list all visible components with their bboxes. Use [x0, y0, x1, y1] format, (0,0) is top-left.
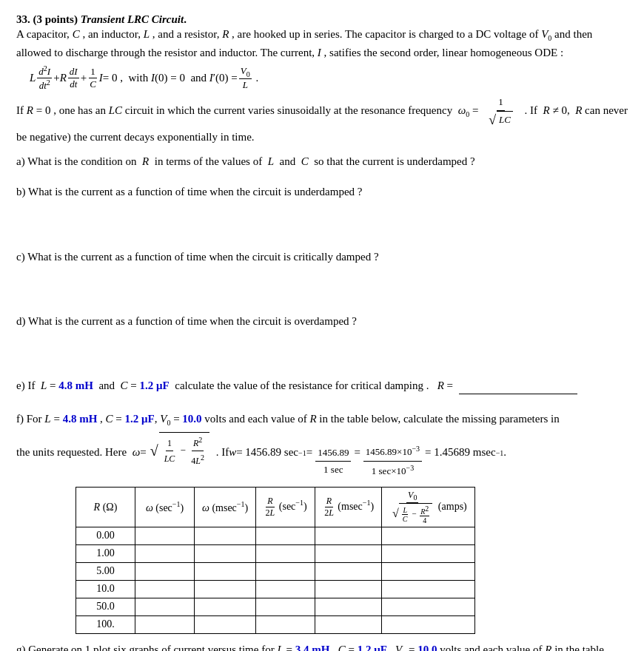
- col-header-w-sec: ω (sec−1): [135, 488, 195, 527]
- answer-blank-e: [459, 394, 577, 394]
- cell-R2L-msec-6: [315, 615, 382, 633]
- col-header-R: R (Ω): [76, 488, 135, 527]
- table-row: 0.00: [76, 527, 475, 544]
- question-a: a) What is the condition on R in terms o…: [16, 153, 628, 170]
- cell-w-sec-4: [135, 580, 195, 598]
- cell-w-msec-2: [195, 544, 256, 562]
- problem-title: Transient LRC Circuit: [81, 13, 184, 25]
- cell-R2L-sec-1: [256, 527, 315, 544]
- problem-header: 33. (3 points) Transient LRC Circuit.: [16, 13, 628, 26]
- cell-w-sec-3: [135, 562, 195, 580]
- table-row: 1.00: [76, 544, 475, 562]
- cell-amps-4: [382, 580, 475, 598]
- cell-R-1: 0.00: [76, 527, 135, 544]
- col-header-R2L-msec: R 2L (msec−1): [315, 488, 382, 527]
- cell-w-msec-3: [195, 562, 256, 580]
- cell-R2L-sec-4: [256, 580, 315, 598]
- cell-R-2: 1.00: [76, 544, 135, 562]
- cell-R-5: 50.0: [76, 598, 135, 615]
- cell-w-sec-2: [135, 544, 195, 562]
- cell-R-4: 10.0: [76, 580, 135, 598]
- cell-R2L-sec-3: [256, 562, 315, 580]
- question-c: c) What is the current as a function of …: [16, 249, 628, 266]
- question-f-intro: f) For L = 4.8 mH , C = 1.2 μF, V0 = 10.…: [16, 411, 628, 429]
- cell-R2L-msec-3: [315, 562, 382, 580]
- intro-text: A capacitor, C , an inductor, L , and a …: [16, 26, 628, 61]
- r-zero-text: If R = 0 , one has an LC circuit in whic…: [16, 95, 628, 146]
- cell-R2L-msec-5: [315, 598, 382, 615]
- table-row: 100.: [76, 615, 475, 633]
- cell-amps-2: [382, 544, 475, 562]
- question-d: d) What is the current as a function of …: [16, 313, 628, 330]
- cell-amps-6: [382, 615, 475, 633]
- cell-w-msec-4: [195, 580, 256, 598]
- cell-R2L-msec-2: [315, 544, 382, 562]
- question-b: b) What is the current as a function of …: [16, 183, 628, 200]
- cell-w-msec-1: [195, 527, 256, 544]
- col-header-amps: V0 √ L C −: [382, 488, 475, 527]
- cell-w-sec-5: [135, 598, 195, 615]
- cell-R2L-msec-4: [315, 580, 382, 598]
- cell-R2L-sec-2: [256, 544, 315, 562]
- cell-w-sec-6: [135, 615, 195, 633]
- cell-R2L-sec-6: [256, 615, 315, 633]
- question-e: e) If L = 4.8 mH and C = 1.2 μF calculat…: [16, 377, 628, 394]
- cell-amps-1: [382, 527, 475, 544]
- cell-R2L-msec-1: [315, 527, 382, 544]
- problem-number: 33. (3 points): [16, 13, 81, 25]
- cell-w-msec-6: [195, 615, 256, 633]
- table-row: 50.0: [76, 598, 475, 615]
- col-header-w-msec: ω (msec−1): [195, 488, 256, 527]
- table-row: 10.0: [76, 580, 475, 598]
- data-table: R (Ω) ω (sec−1) ω (msec−1) R 2L (sec−1) …: [76, 487, 628, 634]
- col-header-R2L-sec: R 2L (sec−1): [256, 488, 315, 527]
- ode-equation: L d2I dt2 + R dI dt + 1 C I = 0 , with I…: [30, 64, 628, 92]
- cell-w-sec-1: [135, 527, 195, 544]
- question-f-formula: the units requested. Here ω = √ 1 LC − R…: [16, 432, 628, 479]
- cell-R-6: 100.: [76, 615, 135, 633]
- problem-title-period: .: [184, 13, 187, 25]
- cell-amps-3: [382, 562, 475, 580]
- cell-amps-5: [382, 598, 475, 615]
- cell-w-msec-5: [195, 598, 256, 615]
- cell-R-3: 5.00: [76, 562, 135, 580]
- cell-R2L-sec-5: [256, 598, 315, 615]
- table-row: 5.00: [76, 562, 475, 580]
- question-g: g) Generate on 1 plot six graphs of curr…: [16, 641, 628, 651]
